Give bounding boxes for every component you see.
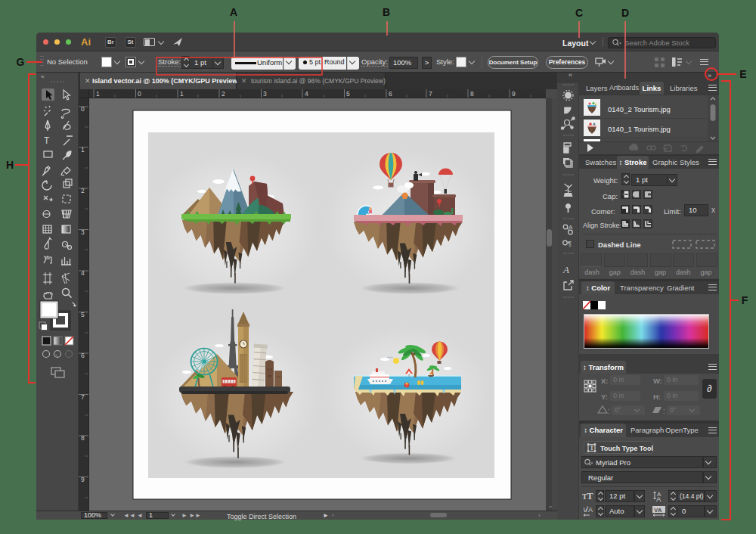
svg-text:G: G [17,56,25,68]
svg-text:A: A [230,6,237,18]
svg-text:C: C [575,7,583,19]
svg-text:B: B [383,6,390,18]
svg-text:D: D [621,7,629,19]
svg-text:H: H [6,159,14,171]
svg-text:F: F [742,294,748,306]
svg-text:E: E [739,68,746,80]
